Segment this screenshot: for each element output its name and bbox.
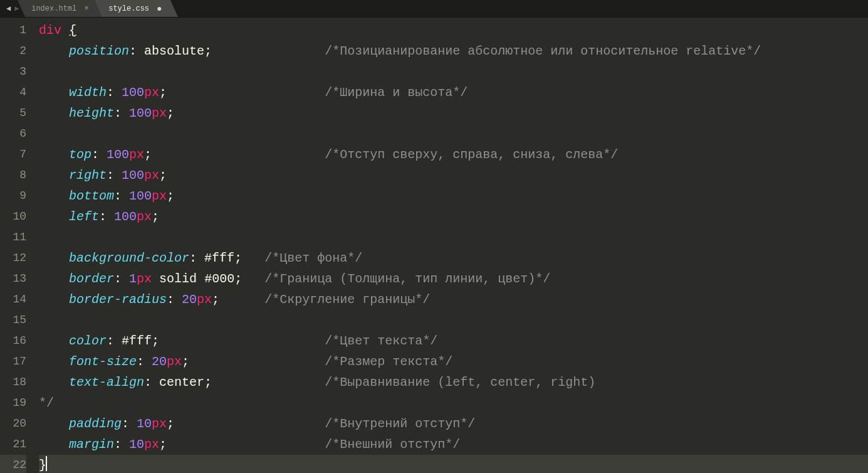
line-number: 22 <box>0 455 26 473</box>
code-line[interactable]: left: 100px; <box>39 206 868 227</box>
editor[interactable]: 12345678910111213141516171819202122 div … <box>0 18 868 473</box>
line-number: 15 <box>0 310 26 331</box>
tab-style-css[interactable]: style.css ● <box>95 0 179 17</box>
code-line[interactable]: color: #fff; /*Цвет текста*/ <box>39 331 868 351</box>
code-line[interactable]: border: 1px solid #000; /*Граница (Толщи… <box>39 268 868 289</box>
code-line[interactable] <box>39 310 868 331</box>
line-number: 21 <box>0 434 26 455</box>
code-line[interactable]: } <box>39 455 868 473</box>
code-line[interactable] <box>39 124 868 144</box>
code-line[interactable]: margin: 10px; /*Внешний отступ*/ <box>39 434 868 455</box>
code-line[interactable]: right: 100px; <box>39 165 868 186</box>
tab-label: style.css <box>108 4 149 13</box>
code-line[interactable]: text-align: center; /*Выравнивание (left… <box>39 372 868 393</box>
line-number: 11 <box>0 227 26 248</box>
history-back-icon[interactable]: ◀ <box>6 4 11 13</box>
line-number: 4 <box>0 82 26 103</box>
line-number: 2 <box>0 41 26 61</box>
code-line[interactable]: */ <box>39 393 868 413</box>
code-area[interactable]: div { position: absolute; /*Позицианиров… <box>33 18 868 473</box>
line-number: 7 <box>0 144 26 165</box>
code-line[interactable]: position: absolute; /*Позицианирование а… <box>39 41 868 61</box>
code-line[interactable]: padding: 10px; /*Внутрений отступ*/ <box>39 413 868 434</box>
line-number: 20 <box>0 413 26 434</box>
line-number: 12 <box>0 248 26 268</box>
close-icon[interactable]: × <box>83 4 90 13</box>
code-line[interactable]: top: 100px; /*Отступ сверху, справа, сни… <box>39 144 868 165</box>
tab-bar: ◀ ▶ index.html × style.css ● <box>0 0 868 18</box>
tab-bar-empty <box>175 0 868 17</box>
code-line[interactable]: border-radius: 20px; /*Скругление границ… <box>39 289 868 310</box>
code-line[interactable]: width: 100px; /*Ширина и высота*/ <box>39 82 868 103</box>
line-number: 19 <box>0 393 26 413</box>
line-number: 5 <box>0 103 26 124</box>
code-line[interactable]: font-size: 20px; /*Размер текста*/ <box>39 351 868 372</box>
tab-label: index.html <box>31 4 76 13</box>
line-number: 1 <box>0 20 26 41</box>
code-line[interactable] <box>39 227 868 248</box>
text-cursor <box>46 456 47 471</box>
line-gutter: 12345678910111213141516171819202122 <box>0 18 33 473</box>
line-number: 8 <box>0 165 26 186</box>
line-number: 14 <box>0 289 26 310</box>
line-number: 3 <box>0 61 26 82</box>
line-number: 10 <box>0 206 26 227</box>
code-line[interactable]: height: 100px; <box>39 103 868 124</box>
line-number: 6 <box>0 124 26 144</box>
code-line[interactable]: background-color: #fff; /*Цвет фона*/ <box>39 248 868 268</box>
code-line[interactable] <box>39 61 868 82</box>
dirty-indicator-icon: ● <box>155 5 163 13</box>
line-number: 9 <box>0 186 26 206</box>
line-number: 16 <box>0 331 26 351</box>
code-line[interactable]: div { <box>39 20 868 41</box>
code-line[interactable]: bottom: 100px; <box>39 186 868 206</box>
history-forward-icon[interactable]: ▶ <box>14 4 19 13</box>
line-number: 13 <box>0 268 26 289</box>
line-number: 17 <box>0 351 26 372</box>
line-number: 18 <box>0 372 26 393</box>
tab-index-html[interactable]: index.html × <box>18 0 106 17</box>
